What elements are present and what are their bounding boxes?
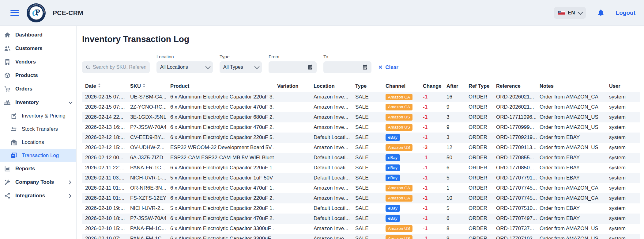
- sidebar-item-stock-transfers[interactable]: Stock Transfers: [0, 122, 76, 136]
- cell-after: 3: [443, 112, 465, 122]
- cell-channel: Amazon CA: [382, 183, 420, 193]
- cell-date: 2026-02-12 15:...: [82, 143, 127, 153]
- type-filter-select[interactable]: All Types: [220, 61, 262, 73]
- cell-date: 2026-02-12 00...: [82, 153, 127, 163]
- cell-notes: Order from EBAY: [537, 163, 606, 173]
- transaction-table: Date SKU Product Variation Location Type…: [82, 80, 640, 239]
- sidebar-item-products[interactable]: Products: [0, 69, 76, 82]
- sidebar-item-inventory[interactable]: Inventory: [0, 96, 76, 109]
- cell-channel: eBay: [382, 153, 420, 163]
- sidebar-item-integrations[interactable]: Integrations: [0, 189, 76, 202]
- table-row: 2026-02-11 01:... FS-XZTS-12EY 6 x Alumi…: [82, 193, 640, 203]
- location-filter-select[interactable]: All Locations: [156, 61, 213, 73]
- col-header-notes: Notes: [537, 80, 606, 92]
- cell-after: 1: [443, 183, 465, 193]
- cell-product: 6 x Aluminum Electrolytic Capacitor 470u…: [167, 122, 274, 133]
- cell-variation: [274, 234, 311, 239]
- cell-change: -1: [420, 163, 443, 173]
- cell-change: -1: [420, 183, 443, 193]
- notifications-bell-icon[interactable]: [597, 9, 605, 17]
- from-date-input[interactable]: [269, 61, 317, 73]
- cell-date: 2026-02-10 15:...: [82, 224, 127, 234]
- pallet-icon: [4, 99, 11, 106]
- cell-sku: CV-EED9-BY...: [127, 133, 167, 143]
- cell-ref-type: ORDER: [465, 163, 493, 173]
- sidebar-item-vendors[interactable]: Vendors: [0, 55, 76, 69]
- col-header-type: Type: [352, 80, 382, 92]
- cell-variation: [274, 112, 311, 122]
- channel-badge: Amazon CA: [386, 185, 412, 191]
- cell-change: -1: [420, 224, 443, 234]
- chevron-down-icon: [205, 64, 211, 69]
- sidebar-item-locations[interactable]: Locations: [0, 136, 76, 149]
- cell-sku: 6A-J3Z5-ZIZD: [127, 153, 167, 163]
- col-header-date[interactable]: Date: [82, 80, 127, 92]
- channel-badge: Amazon US: [386, 225, 412, 232]
- logout-link[interactable]: Logout: [616, 10, 635, 16]
- cell-reference: ORD-2026021...: [493, 92, 537, 102]
- cell-user: system: [606, 92, 640, 102]
- channel-badge: eBay: [386, 215, 400, 222]
- cell-reference: ORD-17707102...: [493, 234, 537, 239]
- cell-channel: Amazon US: [382, 234, 420, 239]
- language-label: EN: [568, 10, 575, 16]
- to-date-input[interactable]: [323, 61, 371, 73]
- cell-ref-type: ORDER: [465, 153, 493, 163]
- channel-badge: eBay: [386, 205, 400, 212]
- cell-change: -1: [420, 112, 443, 122]
- cell-date: 2026-02-11 22:...: [82, 163, 127, 173]
- hamburger-menu-icon[interactable]: [10, 10, 19, 16]
- cell-location: Amazon Inve...: [311, 143, 352, 153]
- cell-user: system: [606, 193, 640, 203]
- cell-type: SALE: [352, 183, 382, 193]
- cell-channel: eBay: [382, 133, 420, 143]
- from-date-label: From: [269, 54, 317, 59]
- clear-filters-button[interactable]: ✕ Clear: [378, 64, 398, 73]
- cell-after: 50: [443, 153, 465, 163]
- cell-type: SALE: [352, 92, 382, 102]
- cell-change: -1: [420, 203, 443, 214]
- table-row: 2026-02-13 16:... P7-JSSW-70A4 6 x Alumi…: [82, 122, 640, 133]
- cell-sku: P7-JSSW-70A4: [127, 122, 167, 133]
- cell-product: 6 x Aluminum Electrolytic Capacitor 3300…: [167, 224, 274, 234]
- calendar-icon: [307, 64, 313, 70]
- cell-variation: [274, 92, 311, 102]
- cell-notes: Order from AMAZON_US: [537, 122, 606, 133]
- sidebar-item-customers[interactable]: Customers: [0, 42, 76, 55]
- cell-variation: [274, 214, 311, 224]
- cell-product: 6 x Aluminum Electrolytic Capacitor 3300…: [167, 234, 274, 239]
- sidebar-item-company-tools[interactable]: Company Tools: [0, 175, 76, 189]
- cell-sku: 2Z-YCNO-RC...: [127, 102, 167, 112]
- cell-channel: Amazon US: [382, 112, 420, 122]
- sidebar-item-orders[interactable]: Orders: [0, 82, 76, 96]
- table-row: 2026-02-15 07:... UE-S7BM-G4... 6 x Alum…: [82, 92, 640, 102]
- cell-change: -3: [420, 143, 443, 153]
- cell-notes: Order from AMAZON_US: [537, 112, 606, 122]
- table-row: 2026-02-10 19:... NICH-UVR-2... 5 x Alum…: [82, 203, 640, 214]
- top-header: Pacific Custom Engineering Custom Softwa…: [0, 0, 644, 26]
- cell-reference: ORD-17711096...: [493, 112, 537, 122]
- chevron-right-icon: [67, 194, 71, 198]
- cell-reference: ORD-1770855...: [493, 153, 537, 163]
- cell-date: 2026-02-11 03:...: [82, 173, 127, 183]
- cell-product: 6 x Aluminum Electrolytic Capacitor 220u…: [167, 133, 274, 143]
- box-icon: [4, 72, 11, 79]
- cell-type: SALE: [352, 193, 382, 203]
- cell-date: 2026-02-10 19:...: [82, 203, 127, 214]
- col-header-sku[interactable]: SKU: [127, 80, 167, 92]
- language-selector[interactable]: EN: [554, 7, 586, 19]
- cell-reference: ORD-1770850...: [493, 163, 537, 173]
- search-input[interactable]: [93, 64, 146, 70]
- cell-after: 9: [443, 122, 465, 133]
- sidebar-item-inventory-pricing[interactable]: Inventory & Pricing: [0, 109, 76, 122]
- filter-bar: Location All Locations Type All Types Fr…: [82, 54, 640, 73]
- sidebar-item-dashboard[interactable]: Dashboard: [0, 28, 76, 42]
- cell-sku: NICH-UVR-1-...: [127, 173, 167, 183]
- sidebar-item-reports[interactable]: Reports: [0, 162, 76, 175]
- sidebar-item-transaction-log[interactable]: Transaction Log: [0, 149, 76, 162]
- cell-notes: Order from AMAZON_CA: [537, 102, 606, 112]
- cell-notes: Order from EBAY: [537, 173, 606, 183]
- cell-variation: [274, 173, 311, 183]
- cell-after: 5: [443, 203, 465, 214]
- cell-sku: P7-JSSW-70A4: [127, 214, 167, 224]
